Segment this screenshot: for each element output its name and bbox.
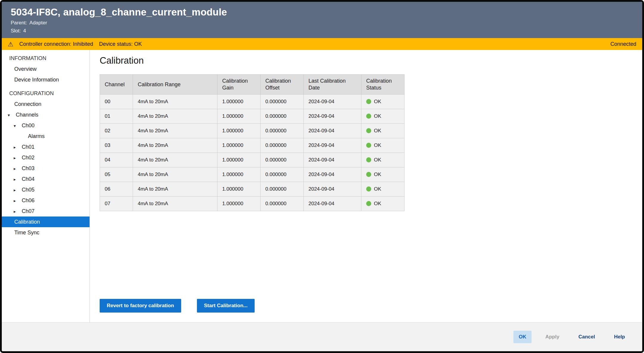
status-text: OK [374,128,381,134]
tree-arrow-icon[interactable]: ▸ [14,195,20,206]
cell-status: OK [361,109,405,124]
sidebar-item-label: Ch01 [22,144,35,150]
cell-gain: 1.000000 [217,95,261,109]
cell-channel: 06 [100,182,133,197]
col-header-offset: Calibration Offset [261,75,304,95]
table-row: 04 4mA to 20mA 1.000000 0.000000 2024-09… [100,153,405,167]
tree-arrow-icon[interactable]: ▾ [8,110,14,120]
status-ok-icon [366,114,371,119]
status-text: OK [374,172,381,177]
sidebar-item-label: Ch04 [22,176,35,182]
sidebar-item-label: Ch05 [22,187,35,193]
cell-channel: 01 [100,109,133,124]
action-buttons: Revert to factory calibration Start Cali… [100,299,642,313]
cell-range: 4mA to 20mA [133,109,217,124]
status-ok-icon [366,143,371,148]
device-title: 5034-IF8C, analog_8_channe_current_modul… [11,7,633,18]
col-header-gain: Calibration Gain [217,75,261,95]
ok-button[interactable]: OK [513,331,532,343]
table-row: 03 4mA to 20mA 1.000000 0.000000 2024-09… [100,138,405,153]
status-ok-icon [366,186,371,192]
sidebar-item-connection[interactable]: Connection [2,99,90,109]
cell-status: OK [361,182,405,197]
sidebar-item-channels[interactable]: ▾ Channels [2,109,90,120]
cell-date: 2024-09-04 [304,153,361,167]
cell-offset: 0.000000 [261,153,304,167]
cell-date: 2024-09-04 [304,197,361,211]
cell-range: 4mA to 20mA [133,182,217,197]
cell-offset: 0.000000 [261,197,304,211]
sidebar-list: INFORMATION Overview Device Information … [2,53,90,238]
status-ok-icon [366,201,371,206]
page-title: Calibration [100,55,642,66]
cell-range: 4mA to 20mA [133,167,217,182]
status-text: OK [374,142,381,148]
controller-connection-status: Controller connection: Inhibited [19,41,93,47]
sidebar-item-label: Ch07 [22,208,35,214]
sidebar-item-time-sync[interactable]: Time Sync [2,227,90,238]
cell-range: 4mA to 20mA [133,124,217,138]
cell-status: OK [361,124,405,138]
tree-arrow-icon[interactable]: ▸ [14,163,20,174]
sidebar-item-ch04[interactable]: ▸ Ch04 [2,174,90,184]
sidebar-item-ch05[interactable]: ▸ Ch05 [2,184,90,195]
sidebar-item-label: Ch00 [22,123,35,128]
warning-triangle-icon: ⚠ [8,41,13,47]
sidebar-item-information-header: INFORMATION [2,53,90,64]
status-text: OK [374,186,381,192]
connection-state: Connected [610,41,636,47]
cell-date: 2024-09-04 [304,167,361,182]
tree-arrow-icon[interactable]: ▸ [14,206,20,217]
cell-date: 2024-09-04 [304,95,361,109]
cell-date: 2024-09-04 [304,124,361,138]
slot-value: 4 [23,28,26,34]
cell-status: OK [361,95,405,109]
cell-offset: 0.000000 [261,124,304,138]
status-ok-icon [366,99,371,104]
sidebar-item-label: Overview [14,66,37,72]
sidebar-item-label: Ch03 [22,165,35,171]
cancel-button[interactable]: Cancel [573,331,600,343]
start-calibration-button[interactable]: Start Calibration... [197,299,255,313]
slot-label: Slot: [11,28,21,34]
sidebar-item-ch03[interactable]: ▸ Ch03 [2,163,90,174]
slot-info: Slot:4 [11,28,633,34]
sidebar-item-overview[interactable]: Overview [2,64,90,74]
sidebar-item-label: Channels [16,112,38,118]
col-header-status: Calibration Status [361,75,405,95]
cell-gain: 1.000000 [217,167,261,182]
cell-channel: 02 [100,124,133,138]
tree-arrow-icon[interactable]: ▸ [14,142,20,153]
tree-arrow-icon[interactable]: ▾ [14,120,20,131]
title-bar: 5034-IF8C, analog_8_channe_current_modul… [2,2,642,38]
help-button[interactable]: Help [609,331,630,343]
tree-arrow-icon[interactable]: ▸ [14,153,20,163]
cell-range: 4mA to 20mA [133,153,217,167]
cell-status: OK [361,138,405,153]
status-text: OK [374,113,381,119]
cell-gain: 1.000000 [217,153,261,167]
sidebar-item-calibration[interactable]: Calibration [2,216,90,227]
sidebar-item-ch07[interactable]: ▸ Ch07 [2,206,90,216]
sidebar-item-ch00[interactable]: ▾ Ch00 [2,120,90,131]
tree-arrow-icon[interactable]: ▸ [14,174,20,185]
sidebar-item-ch02[interactable]: ▸ Ch02 [2,152,90,163]
cell-date: 2024-09-04 [304,109,361,124]
device-status: Device status: OK [99,41,142,47]
cell-range: 4mA to 20mA [133,197,217,211]
main-panel: Calibration Channel Calibration Range Ca… [90,50,642,322]
apply-button[interactable]: Apply [540,331,565,343]
revert-to-factory-button[interactable]: Revert to factory calibration [100,299,181,313]
table-row: 01 4mA to 20mA 1.000000 0.000000 2024-09… [100,109,405,124]
cell-offset: 0.000000 [261,95,304,109]
sidebar-item-ch06[interactable]: ▸ Ch06 [2,195,90,206]
sidebar-item-ch01[interactable]: ▸ Ch01 [2,142,90,152]
sidebar-item-configuration-header: CONFIGURATION [2,88,90,99]
sidebar-item-alarms[interactable]: Alarms [2,131,90,142]
tree-arrow-icon[interactable]: ▸ [14,185,20,195]
cell-channel: 00 [100,95,133,109]
cell-offset: 0.000000 [261,109,304,124]
sidebar-item-label: Connection [14,101,41,107]
cell-range: 4mA to 20mA [133,95,217,109]
sidebar-item-device-information[interactable]: Device Information [2,74,90,85]
